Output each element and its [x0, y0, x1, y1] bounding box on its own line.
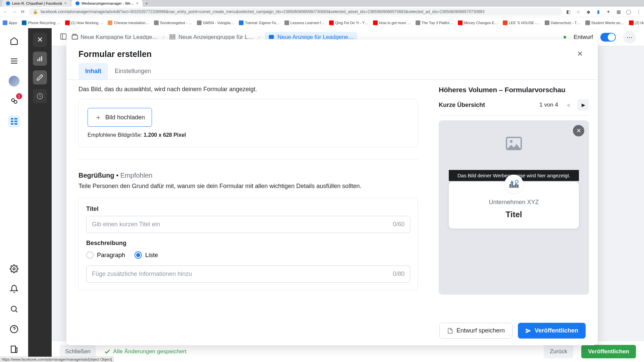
chevron-right-icon: ›: [258, 34, 260, 40]
svg-point-12: [11, 306, 16, 311]
extension-icon[interactable]: ▦: [616, 9, 621, 14]
extension-icon[interactable]: ◆: [586, 9, 591, 14]
star-icon[interactable]: ☆: [576, 9, 581, 14]
address-bar[interactable]: 🔒 facebook.com/adsmanager/manage/ads/edi…: [29, 8, 562, 15]
bookmark-item[interactable]: Datenschutz - T…: [545, 20, 580, 25]
preview-close-icon[interactable]: ✕: [573, 125, 584, 136]
close-icon[interactable]: ×: [136, 1, 139, 6]
fb-ext-icon[interactable]: ▮: [596, 9, 601, 14]
preview-counter: 1 von 4: [539, 102, 558, 108]
clock-icon[interactable]: [33, 89, 47, 103]
status-dot-icon: [564, 36, 566, 39]
tab-title: Werbeanzeigenmanager - We…: [82, 1, 134, 5]
search-icon[interactable]: [8, 303, 20, 315]
modal-footer: Entwurf speichern Veröffentlichen: [66, 316, 598, 345]
document-icon: [447, 327, 453, 334]
back-icon[interactable]: ←: [3, 9, 8, 14]
save-draft-button[interactable]: Entwurf speichern: [439, 323, 513, 339]
profile-icon[interactable]: ◯: [626, 9, 631, 14]
bookmark-item[interactable]: GMSN - Vologda…: [197, 20, 234, 25]
main-area: Neue Kampagne für Leadge… › Neue Anzeige…: [52, 28, 644, 362]
bookmarks-bar: Apps Phone Recycling … (1) How Working ……: [0, 17, 644, 28]
tab-settings[interactable]: Einstellungen: [108, 63, 158, 79]
bookmark-item[interactable]: Qing Fei De Yi - Y…: [329, 20, 368, 25]
bell-icon[interactable]: [8, 283, 20, 295]
bookmark-item[interactable]: The Top 3 Platfor…: [416, 20, 453, 25]
close-icon[interactable]: ✕: [574, 48, 586, 60]
more-menu-button[interactable]: ⋯: [623, 31, 636, 44]
browser-tabs: Leon R. Chaudhari | Facebook × Werbeanze…: [0, 0, 644, 7]
publish-form-button[interactable]: Veröffentlichen: [518, 323, 586, 339]
close-editor-button[interactable]: ✕: [33, 33, 47, 47]
browser-tab[interactable]: Leon R. Chaudhari | Facebook ×: [2, 0, 71, 7]
gdrive-icon[interactable]: ◧: [566, 9, 571, 14]
close-button[interactable]: Schließen: [60, 345, 96, 358]
bookmark-item[interactable]: Phone Recycling …: [22, 20, 60, 25]
browser-tab[interactable]: Werbeanzeigenmanager - We… ×: [71, 0, 143, 7]
apps-button[interactable]: Apps: [3, 20, 17, 25]
image-placeholder-icon: [506, 136, 522, 150]
chevron-right-icon: ›: [163, 34, 164, 40]
bookmark-item[interactable]: Money Changes E…: [458, 20, 498, 25]
tab-content[interactable]: Inhalt: [78, 63, 108, 79]
bookmark-item[interactable]: Sonderangebot - …: [154, 20, 192, 25]
radio-icon: [135, 251, 142, 259]
svg-rect-20: [41, 56, 42, 61]
svg-point-11: [13, 268, 15, 270]
prev-button[interactable]: ◀: [562, 99, 574, 111]
upload-image-button[interactable]: ＋ Bild hochladen: [88, 108, 152, 127]
help-icon[interactable]: [8, 323, 20, 335]
avatar[interactable]: [8, 75, 20, 87]
reload-icon[interactable]: ⟳: [20, 9, 25, 14]
bookmark-item[interactable]: LEE 'S HOUSE -…: [503, 20, 540, 25]
folder-icon: [72, 35, 78, 40]
panel-icon[interactable]: [60, 33, 67, 42]
svg-point-31: [515, 180, 518, 183]
char-counter: 0/60: [393, 221, 405, 228]
modal-left-panel: Das Bild, das du auswählst, wird nach de…: [66, 80, 430, 316]
back-button[interactable]: Zurück: [544, 345, 573, 358]
menu-icon[interactable]: [8, 55, 20, 67]
forward-icon[interactable]: →: [11, 9, 17, 14]
audiences-icon[interactable]: 1: [8, 95, 20, 107]
svg-rect-8: [14, 118, 17, 119]
saved-indicator: Alle Änderungen gespeichert: [104, 348, 186, 355]
bookmark-item[interactable]: How to get more …: [373, 20, 411, 25]
bookmark-item[interactable]: (1) How Working …: [65, 20, 103, 25]
logo-icon: [508, 178, 520, 190]
title-input[interactable]: Gib einen kurzen Titel ein 0/60: [86, 216, 410, 233]
svg-rect-35: [515, 184, 517, 188]
status-toggle[interactable]: [600, 33, 616, 42]
ads-manager-icon[interactable]: [8, 115, 20, 127]
intro-text: Das Bild, das du auswählst, wird nach de…: [78, 86, 418, 93]
bookmark-item[interactable]: (2) How To Add A…: [629, 20, 644, 25]
bookmark-item[interactable]: Tutorial: Eigene Fa…: [239, 20, 280, 25]
bookmark-item[interactable]: Chinese translation…: [108, 20, 149, 25]
pencil-icon[interactable]: [33, 70, 47, 84]
svg-rect-10: [14, 123, 17, 124]
new-tab-button[interactable]: +: [145, 1, 148, 6]
create-form-modal: Formular erstellen ✕ Inhalt Einstellunge…: [66, 40, 598, 345]
puzzle-icon[interactable]: ✦: [606, 9, 611, 14]
svg-rect-34: [514, 185, 515, 188]
gear-icon[interactable]: [8, 263, 20, 275]
close-icon[interactable]: ×: [64, 1, 67, 6]
radio-paragraph[interactable]: Paragraph: [86, 251, 125, 259]
extra-info-input[interactable]: Füge zusätzliche Informationen hinzu 0/8…: [86, 265, 410, 283]
publish-button[interactable]: Veröffentlichen: [581, 345, 636, 358]
svg-rect-7: [11, 123, 13, 124]
menu-icon[interactable]: ⋮: [636, 9, 641, 14]
chart-icon[interactable]: [33, 52, 47, 66]
radio-list[interactable]: Liste: [135, 251, 158, 259]
svg-point-30: [510, 140, 513, 143]
bookmark-item[interactable]: Student Wants an…: [585, 20, 624, 25]
bookmark-item[interactable]: Lessons Learned f…: [284, 20, 325, 25]
divider: [78, 159, 418, 160]
home-icon[interactable]: [8, 35, 20, 47]
svg-rect-19: [39, 57, 40, 61]
preview-panel: Höheres Volumen – Formularvorschau Kurze…: [430, 80, 598, 316]
notification-badge: 1: [16, 93, 22, 99]
reports-icon[interactable]: [8, 343, 20, 355]
company-name: Unternehmen XYZ: [449, 199, 579, 206]
next-button[interactable]: ▶: [578, 99, 589, 111]
